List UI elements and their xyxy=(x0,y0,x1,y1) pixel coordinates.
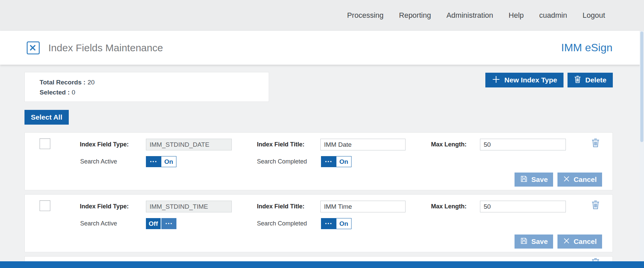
selected-line: Selected :0 xyxy=(40,87,269,97)
brand-logo: IMM eSign xyxy=(561,42,612,54)
trash-icon xyxy=(574,75,581,85)
toggle-handle: ··· xyxy=(161,218,176,229)
records-summary-panel: Total Records :20 Selected :0 xyxy=(24,72,269,102)
search-completed-label: Search Completed xyxy=(257,156,307,167)
cancel-button[interactable]: Cancel xyxy=(557,173,602,187)
field-type-label: Index Field Type: xyxy=(80,139,129,150)
field-type-label: Index Field Type: xyxy=(80,201,129,212)
search-completed-toggle[interactable]: ··· On xyxy=(321,156,352,167)
nav-processing[interactable]: Processing xyxy=(347,11,384,20)
delete-label: Delete xyxy=(585,76,606,84)
max-length-label: Max Length: xyxy=(431,139,467,150)
row-checkbox[interactable] xyxy=(40,138,50,149)
total-records-label: Total Records : xyxy=(40,79,86,86)
field-title-label: Index Field Title: xyxy=(257,201,305,212)
search-completed-toggle[interactable]: ··· On xyxy=(321,218,352,229)
save-label: Save xyxy=(531,238,548,246)
new-index-type-button[interactable]: New Index Type xyxy=(485,73,564,87)
toggle-state-label: On xyxy=(336,218,352,229)
top-nav: Processing Reporting Administration Help… xyxy=(0,0,644,31)
nav-logout[interactable]: Logout xyxy=(583,11,605,20)
page-header: Index Fields Maintenance IMM eSign xyxy=(0,31,644,65)
search-active-label: Search Active xyxy=(80,156,117,167)
new-index-type-label: New Index Type xyxy=(504,76,557,84)
nav-reporting[interactable]: Reporting xyxy=(399,11,431,20)
save-button[interactable]: Save xyxy=(515,234,553,249)
total-records-line: Total Records :20 xyxy=(40,77,269,87)
selected-label: Selected : xyxy=(40,89,70,96)
nav-help[interactable]: Help xyxy=(508,11,524,20)
selected-value: 0 xyxy=(72,89,75,96)
toggle-handle: ··· xyxy=(321,156,336,167)
max-length-input[interactable] xyxy=(480,139,566,150)
save-button[interactable]: Save xyxy=(515,173,553,187)
search-active-toggle[interactable]: ··· On xyxy=(146,156,176,167)
max-length-label: Max Length: xyxy=(431,201,467,212)
delete-button[interactable]: Delete xyxy=(568,73,613,87)
delete-row-icon[interactable] xyxy=(591,138,600,148)
save-label: Save xyxy=(531,176,548,184)
toggle-state-label: Off xyxy=(146,218,161,229)
scrollbar-track[interactable] xyxy=(640,31,644,261)
field-title-input[interactable] xyxy=(320,201,406,212)
nav-administration[interactable]: Administration xyxy=(446,11,493,20)
cancel-label: Cancel xyxy=(574,238,597,246)
total-records-value: 20 xyxy=(88,79,95,86)
cancel-label: Cancel xyxy=(574,176,597,184)
cancel-x-icon xyxy=(563,237,570,246)
main-content: Total Records :20 Selected :0 New Index … xyxy=(0,65,644,262)
page-title: Index Fields Maintenance xyxy=(48,42,163,54)
cancel-x-icon xyxy=(563,175,570,184)
delete-row-icon[interactable] xyxy=(591,200,600,210)
field-title-label: Index Field Title: xyxy=(257,139,305,150)
cancel-button[interactable]: Cancel xyxy=(557,234,602,249)
scrollbar-thumb[interactable] xyxy=(640,31,643,142)
select-all-label: Select All xyxy=(31,113,62,121)
index-fields-document-icon xyxy=(26,41,40,55)
plus-icon xyxy=(492,75,500,85)
toggle-state-label: On xyxy=(336,156,352,167)
bottom-bar xyxy=(0,261,644,268)
field-type-input xyxy=(146,139,232,150)
search-completed-label: Search Completed xyxy=(257,218,307,229)
index-field-row: Index Field Type: Index Field Title: Max… xyxy=(24,132,613,190)
index-field-row-partial xyxy=(24,256,613,262)
field-title-input[interactable] xyxy=(320,139,406,150)
index-field-row: Index Field Type: Index Field Title: Max… xyxy=(24,194,613,252)
toggle-handle: ··· xyxy=(146,156,161,167)
toggle-state-label: On xyxy=(161,156,176,167)
save-floppy-icon xyxy=(520,237,528,247)
toggle-handle: ··· xyxy=(321,218,336,229)
search-active-label: Search Active xyxy=(80,218,117,229)
select-all-button[interactable]: Select All xyxy=(24,110,69,125)
row-checkbox[interactable] xyxy=(40,200,50,211)
field-type-input xyxy=(146,201,232,212)
save-floppy-icon xyxy=(520,175,528,185)
nav-user-cuadmin[interactable]: cuadmin xyxy=(539,11,567,20)
search-active-toggle[interactable]: Off ··· xyxy=(146,218,176,229)
max-length-input[interactable] xyxy=(480,201,566,212)
